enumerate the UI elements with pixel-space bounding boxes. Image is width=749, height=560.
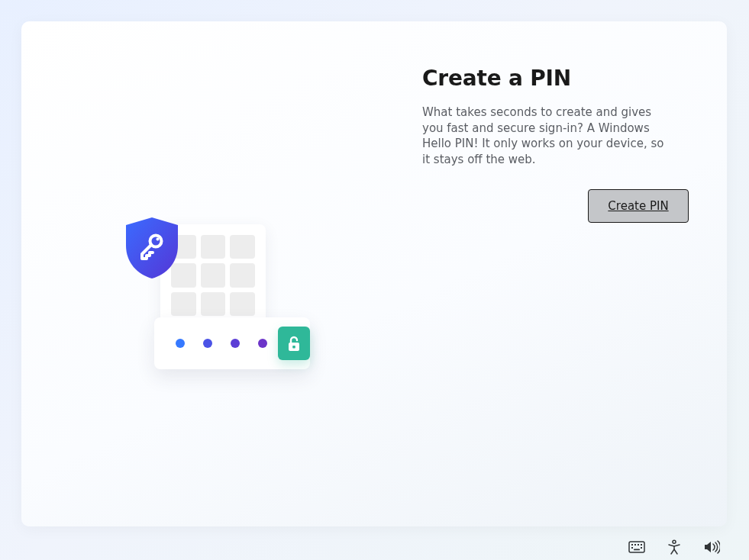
pin-dot [203, 339, 212, 348]
pinpad-key [201, 263, 226, 287]
svg-rect-6 [634, 544, 636, 546]
svg-rect-7 [638, 544, 639, 546]
shield-key-icon [121, 215, 183, 281]
volume-icon[interactable] [703, 540, 720, 554]
pin-dot [258, 339, 267, 348]
illustration-pane [21, 21, 422, 526]
pinpad-key [230, 263, 255, 287]
pinpad-key [230, 235, 255, 259]
svg-point-12 [673, 540, 676, 543]
page-title: Create a PIN [422, 66, 689, 91]
pinpad-key [230, 292, 255, 316]
page-description: What takes seconds to create and gives y… [422, 105, 674, 168]
svg-point-3 [157, 238, 160, 241]
content-pane: Create a PIN What takes seconds to creat… [422, 21, 727, 526]
svg-rect-8 [641, 544, 642, 546]
svg-rect-5 [631, 544, 633, 546]
unlock-icon [278, 327, 310, 360]
pin-illustration [121, 215, 319, 383]
svg-rect-11 [634, 549, 640, 551]
oobe-card: Create a PIN What takes seconds to creat… [21, 21, 727, 526]
pinpad-key [201, 292, 226, 316]
keyboard-icon[interactable] [628, 541, 645, 553]
pin-dot [231, 339, 240, 348]
pinpad-key [201, 235, 226, 259]
create-pin-button[interactable]: Create PIN [588, 189, 689, 223]
svg-rect-1 [292, 346, 295, 349]
oobe-taskbar [628, 539, 720, 555]
accessibility-icon[interactable] [667, 539, 682, 555]
svg-rect-9 [631, 547, 633, 549]
svg-rect-10 [641, 547, 642, 549]
button-row: Create PIN [422, 189, 689, 223]
pin-dot [176, 339, 185, 348]
pinpad-key [171, 292, 196, 316]
